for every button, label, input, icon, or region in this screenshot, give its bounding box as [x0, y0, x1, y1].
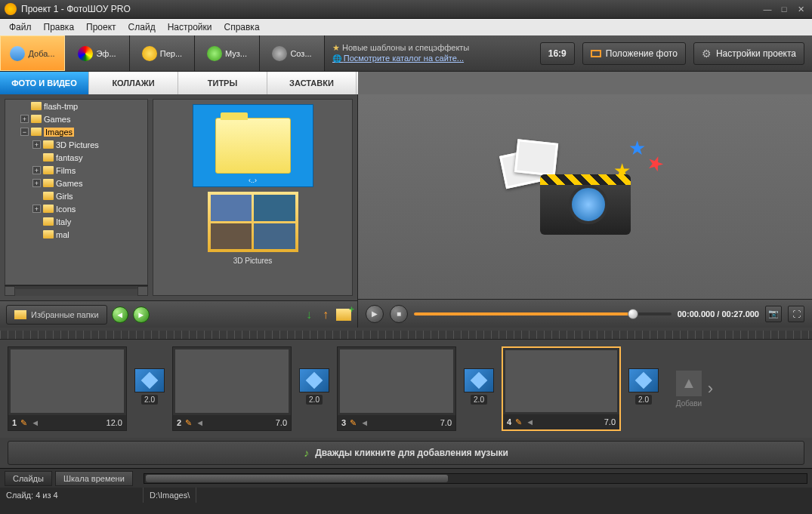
transition-2[interactable]: 2.0 — [299, 368, 329, 409]
expand-icon[interactable]: − — [20, 128, 29, 136]
transition-4[interactable]: 2.0 — [628, 368, 659, 409]
slide-4[interactable]: 4✎◄7.0 — [502, 346, 621, 431]
title-bar: Проект 1 - ФотоШОУ PRO — □ ✕ — [0, 0, 812, 19]
thumbnail-up-folder[interactable]: ‹..› — [193, 104, 313, 187]
maximize-button[interactable]: □ — [777, 4, 791, 14]
folder-icon — [43, 153, 54, 162]
tab-icon — [142, 46, 157, 61]
menu-настройки[interactable]: Настройки — [162, 20, 218, 34]
music-track[interactable]: ♪ Дважды кликните для добавления музыки — [8, 441, 804, 465]
add-slide-button[interactable]: ▲Добави› — [666, 351, 712, 426]
edit-icon[interactable]: ✎ — [350, 418, 357, 428]
main-tab-2[interactable]: Пер... — [130, 35, 195, 71]
menu-проект[interactable]: Проект — [80, 20, 122, 34]
expand-icon[interactable]: + — [32, 205, 41, 213]
snapshot-button[interactable]: 📷 — [765, 306, 782, 322]
expand-icon[interactable]: + — [20, 115, 29, 123]
play-icon[interactable]: ◄ — [526, 417, 534, 426]
expand-icon[interactable] — [20, 102, 29, 110]
main-tab-1[interactable]: Эф... — [65, 35, 130, 71]
tab-icon — [207, 46, 222, 61]
tab-timescale[interactable]: Шкала времени — [55, 471, 133, 486]
play-icon[interactable]: ◄ — [31, 418, 39, 427]
timeline-scrollbar[interactable] — [144, 473, 807, 484]
favorite-folders-button[interactable]: Избранные папки — [6, 305, 107, 325]
edit-icon[interactable]: ✎ — [515, 417, 522, 427]
project-settings-button[interactable]: Настройки проекта — [693, 42, 804, 65]
expand-icon[interactable] — [32, 192, 41, 200]
folder-icon — [43, 192, 54, 200]
timeline-ruler[interactable] — [0, 331, 812, 340]
tree-item[interactable]: +Games — [5, 112, 147, 125]
status-path: D:\Images\ — [144, 488, 196, 503]
slide-1[interactable]: 1✎◄12.0 — [8, 346, 127, 431]
thumbnail-folder[interactable] — [208, 192, 298, 252]
main-toolbar: Доба...Эф...Пер...Муз...Соз... Новые шаб… — [0, 35, 812, 72]
chevron-right-icon[interactable]: › — [708, 379, 713, 399]
nav-forward-button[interactable] — [133, 306, 150, 323]
photo-position-button[interactable]: Положение фото — [582, 42, 686, 65]
tree-item[interactable]: −Images — [5, 125, 147, 138]
tree-item[interactable]: flash-tmp — [5, 100, 147, 112]
tree-item[interactable]: +Icons — [5, 202, 147, 215]
app-logo-icon — [5, 3, 17, 15]
edit-icon[interactable]: ✎ — [185, 418, 192, 428]
move-up-button[interactable] — [320, 307, 332, 322]
main-tab-3[interactable]: Муз... — [195, 35, 260, 71]
tree-item[interactable]: fantasy — [5, 151, 147, 164]
play-icon[interactable]: ◄ — [196, 418, 204, 427]
tab-slides[interactable]: Слайды — [5, 471, 52, 486]
tree-hscrollbar[interactable] — [5, 285, 148, 296]
tree-item[interactable]: +Games — [5, 177, 147, 189]
edit-icon[interactable]: ✎ — [20, 418, 27, 428]
slide-3[interactable]: 3✎◄7.0 — [337, 346, 456, 431]
slides-row[interactable]: 1✎◄12.02.02✎◄7.02.03✎◄7.02.04✎◄7.02.0▲До… — [0, 340, 812, 438]
tree-item[interactable]: Girls — [5, 189, 147, 202]
folder-icon — [43, 205, 54, 213]
main-tab-0[interactable]: Доба... — [0, 35, 65, 71]
subtab-1[interactable]: КОЛЛАЖИ — [89, 72, 178, 94]
splash-graphic: ★★★ — [502, 137, 668, 257]
stop-button[interactable] — [390, 305, 408, 323]
menu-слайд[interactable]: Слайд — [122, 20, 162, 34]
play-icon[interactable]: ◄ — [360, 418, 369, 427]
thumbnail-list[interactable]: ‹..› 3D Pictures — [153, 99, 353, 296]
menu-справка[interactable]: Справка — [218, 20, 265, 34]
expand-icon[interactable] — [32, 230, 41, 239]
expand-icon[interactable]: + — [32, 166, 41, 174]
menu-правка[interactable]: Правка — [38, 20, 81, 34]
subtab-3[interactable]: ЗАСТАВКИ — [267, 72, 357, 94]
nav-back-button[interactable] — [112, 306, 128, 323]
slide-2[interactable]: 2✎◄7.0 — [172, 346, 292, 431]
tab-icon — [272, 46, 287, 61]
preview-pane: ★★★ 00:00.000 / 00:27.000 📷 ⛶ — [358, 94, 812, 328]
transition-1[interactable]: 2.0 — [134, 368, 165, 409]
menu-bar: ФайлПравкаПроектСлайдНастройкиСправка — [0, 19, 812, 35]
tree-item[interactable]: Italy — [5, 215, 147, 228]
move-down-button[interactable] — [303, 307, 315, 322]
tree-item[interactable]: +Films — [5, 164, 147, 177]
expand-icon[interactable] — [32, 217, 41, 226]
expand-icon[interactable]: + — [32, 140, 41, 149]
folder-icon — [43, 166, 54, 174]
add-folder-button[interactable] — [336, 309, 351, 321]
transition-3[interactable]: 2.0 — [464, 368, 494, 409]
expand-icon[interactable]: + — [32, 179, 41, 187]
subtab-2[interactable]: ТИТРЫ — [178, 72, 267, 94]
subtab-0[interactable]: ФОТО И ВИДЕО — [0, 72, 89, 94]
close-button[interactable]: ✕ — [794, 4, 807, 14]
fullscreen-button[interactable]: ⛶ — [788, 306, 804, 322]
tree-item[interactable]: mal — [5, 228, 147, 241]
minimize-button[interactable]: — — [761, 4, 774, 14]
playback-slider[interactable] — [414, 312, 672, 315]
main-tab-4[interactable]: Соз... — [260, 35, 325, 71]
tree-item[interactable]: +3D Pictures — [5, 138, 147, 151]
menu-файл[interactable]: Файл — [3, 20, 38, 34]
play-button[interactable] — [366, 305, 384, 323]
expand-icon[interactable] — [32, 153, 41, 162]
browser-toolbar: Избранные папки — [0, 300, 357, 328]
folder-tree[interactable]: flash-tmp+Games−Images+3D Picturesfantas… — [5, 99, 148, 296]
aspect-ratio-button[interactable]: 16:9 — [540, 42, 575, 65]
folder-icon — [31, 115, 42, 123]
tips-link[interactable]: Посмотрите каталог на сайте... — [332, 53, 533, 64]
